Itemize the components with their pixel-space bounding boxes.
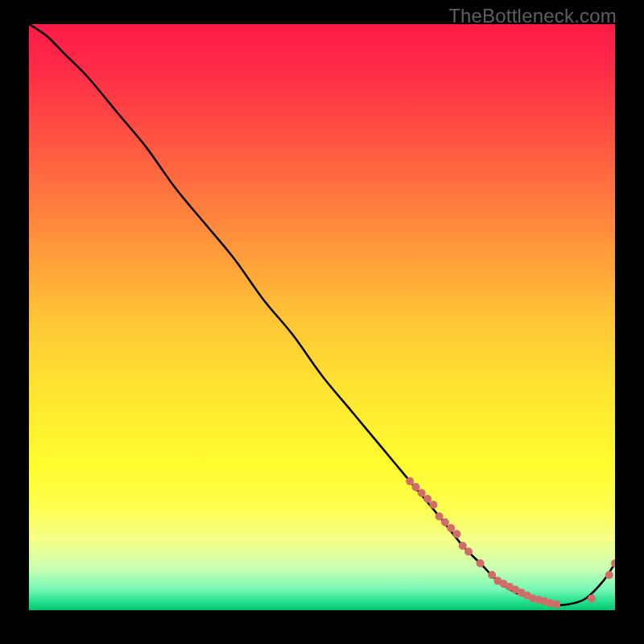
plot-area xyxy=(29,24,615,615)
svg-rect-0 xyxy=(29,24,615,610)
chart-stage: { "attribution": "TheBottleneck.com", "c… xyxy=(0,0,644,644)
attribution-text: TheBottleneck.com xyxy=(448,5,617,27)
background-gradient xyxy=(29,24,615,610)
